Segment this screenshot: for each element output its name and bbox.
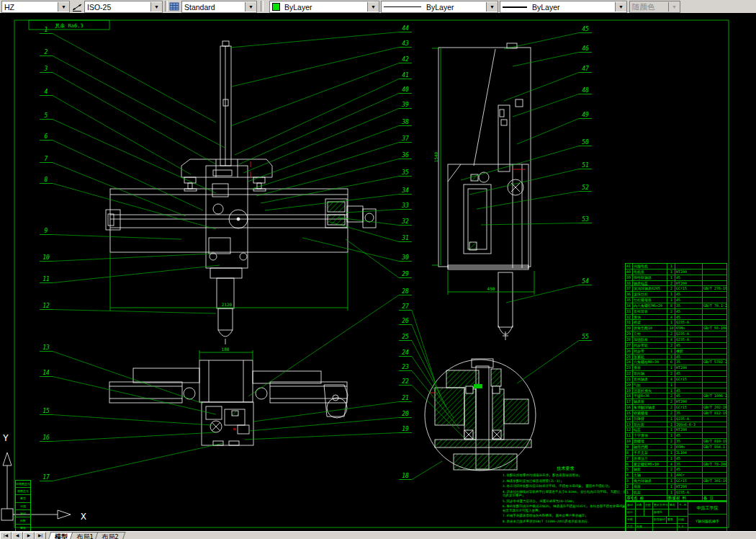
- bom-cell: 45: [675, 309, 703, 314]
- bom-cell: 橡胶: [675, 349, 703, 354]
- bom-cell: 机架: [633, 490, 667, 495]
- bom-cell: 38: [626, 281, 633, 286]
- textstyle-combo[interactable]: Standard ▼: [181, 1, 257, 13]
- chevron-down-icon[interactable]: ▼: [486, 2, 498, 12]
- bom-cell: 1: [667, 456, 675, 461]
- tab-nav-button[interactable]: ◀: [12, 532, 23, 539]
- bom-cell: 1: [667, 433, 675, 438]
- tab-布局2[interactable]: 布局2: [94, 532, 126, 539]
- side-dimensions: [432, 48, 534, 295]
- leader-number: 1: [45, 27, 48, 33]
- bom-row: 2底座1HT200: [626, 484, 726, 490]
- bom-cell: 27: [626, 343, 633, 348]
- revision-row: 旧底图总号: [16, 481, 30, 488]
- bom-row: 14升降臂1Q235-A: [626, 416, 726, 422]
- bom-cell: 1: [667, 298, 675, 303]
- bom-cell: 1: [667, 275, 675, 280]
- bom-cell: 数量: [667, 496, 675, 501]
- bom-cell: 45: [675, 371, 703, 376]
- chevron-down-icon[interactable]: ▼: [150, 2, 162, 12]
- bom-row: 34内六角螺钉M6×20835GB/T 70.1-2000: [626, 303, 726, 309]
- drawing-canvas[interactable]: 其余 Ra6.3: [0, 13, 756, 531]
- dimstyle-icon[interactable]: [71, 1, 83, 12]
- side-view-hatch: [469, 174, 478, 250]
- bom-cell: 4: [667, 462, 675, 467]
- linetype-combo[interactable]: ByLayer ▼: [381, 1, 498, 13]
- bom-cell: 底座: [633, 484, 667, 489]
- bom-cell: [703, 270, 726, 275]
- linetype-combo-value: ByLayer: [424, 3, 486, 12]
- bom-cell: 2: [667, 281, 675, 286]
- bom-cell: 推力球轴承: [633, 478, 667, 484]
- chevron-down-icon[interactable]: ▼: [367, 2, 379, 12]
- tab-nav-button[interactable]: ▶|: [35, 532, 46, 539]
- bom-row: 20气缸1: [626, 383, 726, 388]
- tab-nav-button[interactable]: |◀: [0, 532, 12, 539]
- dimstyle-combo[interactable]: ISO-25 ▼: [84, 1, 163, 13]
- bom-cell: 40Cr: [675, 473, 703, 478]
- bom-cell: GCr15: [675, 286, 703, 291]
- bom-cell: Q235-A: [675, 416, 703, 422]
- bom-cell: GB/T 5782-2000: [703, 360, 726, 365]
- bom-cell: 22: [626, 371, 633, 376]
- bom-cell: 45: [675, 355, 703, 360]
- top-view: [109, 360, 348, 445]
- leader-number: 30: [401, 254, 409, 261]
- bom-cell: 8: [626, 450, 633, 455]
- bom-cell: 7: [626, 456, 633, 461]
- bom-cell: Q235-A: [675, 490, 703, 495]
- leader-number: 24: [402, 349, 409, 356]
- bom-cell: 21: [626, 377, 633, 382]
- technical-notes: 技术要求 1.装配前所有零件均须清洗干净, 配合表面涂润滑油;2.轴承装配时应加…: [503, 466, 629, 525]
- note-line: 4.滚珠丝杠轴线对导轨的平行度误差不大于0.02mm, 全行程内运动平稳, 无爬…: [503, 490, 629, 498]
- tab-nav-button[interactable]: ▶: [23, 532, 35, 539]
- bom-cell: 伺服电机: [633, 264, 667, 269]
- bom-cell: HT200: [675, 270, 703, 275]
- bom-cell: Q235-A: [675, 331, 703, 337]
- bom-cell: [703, 399, 726, 404]
- bom-cell: [703, 456, 726, 461]
- bom-cell: 轴用挡圈: [633, 445, 667, 450]
- bom-cell: 轴承端盖: [633, 281, 667, 286]
- chevron-down-icon[interactable]: ▼: [245, 2, 256, 12]
- leader-number: 3: [44, 66, 48, 72]
- color-combo[interactable]: ByLayer ▼: [269, 1, 379, 13]
- bom-cell: [703, 365, 726, 370]
- bom-row: 10圆螺母235GB/T 810-1988: [626, 439, 726, 445]
- chevron-down-icon[interactable]: ▼: [58, 2, 69, 12]
- bom-cell: 65Mn: [675, 326, 703, 331]
- bom-row: 12端盖1HT200: [626, 427, 726, 433]
- bom-row: 38轴承端盖2HT200: [626, 281, 726, 287]
- bom-cell: 24: [626, 360, 633, 365]
- leader-number: 31: [401, 235, 409, 241]
- bom-cell: [703, 473, 726, 478]
- bom-cell: 14: [626, 416, 633, 422]
- leader-number: 11: [42, 276, 50, 282]
- bom-row: 23滑座1HT200: [626, 365, 726, 371]
- leader-number: 43: [402, 40, 409, 47]
- bom-row: 16角接触球轴承2GCr15GB/T 292-2007: [626, 405, 726, 411]
- bom-cell: [703, 343, 726, 348]
- bom-cell: [703, 275, 726, 280]
- bom-cell: 6: [667, 360, 675, 365]
- bom-cell: [703, 349, 726, 354]
- bom-row: 29立柱2Q235-A: [626, 331, 726, 337]
- leader-number: 12: [42, 303, 50, 309]
- detail-green-mark: [474, 384, 482, 388]
- bom-cell: 1: [667, 490, 675, 495]
- bom-cell: [703, 298, 726, 303]
- ucs-x-label: X: [81, 511, 86, 522]
- bom-cell: 20: [626, 383, 633, 388]
- lineweight-combo[interactable]: ByLayer ▼: [500, 1, 627, 13]
- style-combo[interactable]: HZ ▼: [1, 1, 70, 13]
- leader-number: 9: [45, 228, 48, 234]
- chevron-down-icon[interactable]: ▼: [615, 2, 626, 12]
- bom-cell: 2: [667, 286, 675, 291]
- leader-number: 21: [402, 395, 409, 401]
- leader-number: 38: [401, 119, 409, 125]
- bom-cell: 35: [675, 360, 703, 365]
- leader-number: 15: [42, 408, 50, 414]
- textstyle-icon[interactable]: [168, 1, 180, 12]
- bom-cell: [675, 383, 703, 388]
- lineweight-combo-value: ByLayer: [530, 3, 615, 12]
